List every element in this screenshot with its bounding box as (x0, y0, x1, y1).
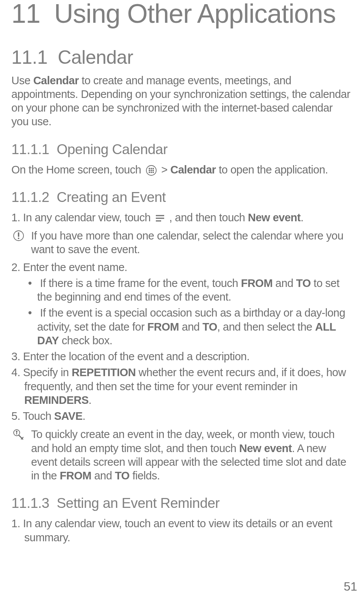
chapter-title: Using Other Applications (54, 0, 336, 28)
info-icon (11, 229, 26, 241)
subsection-title: Creating an Event (56, 189, 166, 205)
tip-icon (11, 427, 26, 441)
bold-from-2: FROM (147, 321, 179, 333)
section-11-1-intro: Use Calendar to create and manage events… (11, 74, 353, 129)
subsection-heading-11-1-3: 11.1.3 Setting an Event Reminder (11, 495, 353, 511)
opening-calendar-line: On the Home screen, touch > Calendar to … (11, 163, 353, 177)
bold-to-2: TO (202, 321, 217, 333)
bold-new-event: New event (248, 211, 301, 224)
bullet-2b: If the event is a special occasion such … (28, 306, 353, 347)
bullet-2a: If there is a time frame for the event, … (28, 276, 353, 304)
creating-event-steps-cont2: 3. Enter the location of the event and a… (11, 350, 353, 423)
section-number: 11.1 (11, 47, 47, 68)
step-1: 1. In any calendar view, touch , and the… (11, 211, 353, 224)
manual-page: 11 Using Other Applications 11.1 Calenda… (0, 0, 364, 602)
svg-point-17 (16, 431, 17, 432)
svg-rect-14 (18, 232, 19, 237)
setting-reminder-steps: 1. In any calendar view, touch an event … (11, 517, 353, 544)
creating-event-steps: 1. In any calendar view, touch , and the… (11, 211, 353, 224)
svg-point-6 (152, 170, 154, 171)
bold-from-3: FROM (60, 470, 91, 482)
creating-event-steps-cont: 2. Enter the event name. (11, 260, 353, 274)
svg-point-2 (151, 168, 152, 169)
apps-grid-icon (146, 165, 157, 176)
bold-from-1: FROM (241, 277, 272, 289)
bold-reminders: REMINDERS (24, 394, 89, 406)
step-2-bullets: If there is a time frame for the event, … (11, 276, 353, 347)
step-4: 4. Specify in REPETITION whether the eve… (11, 366, 353, 407)
subsection-heading-11-1-1: 11.1.1 Opening Calendar (11, 142, 353, 158)
bold-repetition: REPETITION (72, 366, 136, 378)
svg-point-1 (149, 168, 150, 169)
svg-point-8 (151, 172, 152, 173)
subsection-number: 11.1.1 (11, 142, 49, 157)
bold-save: SAVE (54, 410, 83, 422)
step-2: 2. Enter the event name. (11, 260, 353, 274)
bold-new-event-2: New event (239, 442, 292, 454)
chapter-number: 11 (11, 0, 40, 28)
step-3: 3. Enter the location of the event and a… (11, 350, 353, 363)
svg-point-7 (149, 172, 150, 173)
subsection-number: 11.1.2 (11, 189, 49, 205)
svg-point-15 (18, 238, 19, 239)
info-note-1-text: If you have more than one calendar, sele… (31, 229, 353, 257)
subsection-heading-11-1-2: 11.1.2 Creating an Event (11, 189, 353, 205)
info-note-1: If you have more than one calendar, sele… (11, 229, 353, 257)
chapter-heading: 11 Using Other Applications (11, 0, 353, 28)
menu-lines-icon (155, 214, 165, 222)
svg-point-5 (151, 170, 152, 171)
subsection-title: Setting an Event Reminder (56, 495, 220, 511)
step-5: 5. Touch SAVE. (11, 409, 353, 423)
tip-note-2: To quickly create an event in the day, w… (11, 427, 353, 482)
tip-note-2-text: To quickly create an event in the day, w… (31, 427, 353, 482)
svg-point-9 (152, 172, 154, 173)
subsection-number: 11.1.3 (11, 495, 49, 511)
svg-point-3 (152, 168, 154, 169)
bold-calendar: Calendar (33, 74, 79, 87)
bold-calendar-2: Calendar (170, 164, 216, 176)
section-heading-11-1: 11.1 Calendar (11, 46, 353, 68)
subsection-title: Opening Calendar (56, 142, 167, 157)
section-title: Calendar (58, 47, 133, 68)
bold-to-3: TO (115, 470, 130, 482)
svg-point-4 (149, 170, 150, 171)
page-number: 51 (344, 580, 357, 594)
step-1-reminder: 1. In any calendar view, touch an event … (11, 517, 353, 544)
bold-to-1: TO (296, 277, 311, 289)
